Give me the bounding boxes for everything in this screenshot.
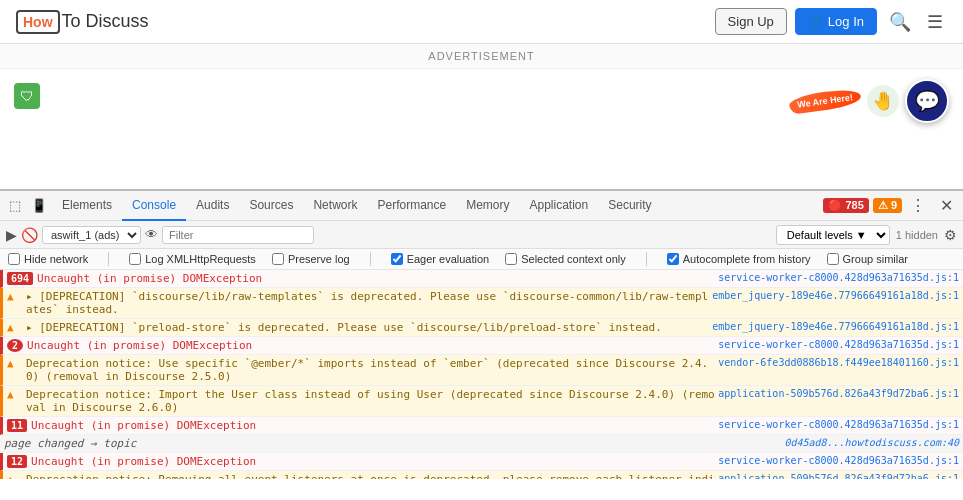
warn-icon: ▲ [7,290,23,303]
filter-input[interactable] [162,226,314,244]
log-entry-10: ▲ Deprecation notice: Removing all event… [0,471,963,479]
signup-button[interactable]: Sign Up [715,8,787,35]
log-entry-6: ▲ Deprecation notice: Import the User cl… [0,386,963,417]
log-source-link[interactable]: ember_jquery-189e46e.77966649161a18d.js:… [712,321,959,332]
log-source-link[interactable]: service-worker-c8000.428d963a71635d.js:1 [718,339,959,350]
eye-icon[interactable]: 👁 [145,227,158,242]
hide-network-checkbox[interactable]: Hide network [8,253,88,265]
devtools-close-button[interactable]: ✕ [934,194,959,217]
log-entry-8: page changed → topic 0d45ad8...howtodisc… [0,435,963,453]
log-entry-9: 12 Uncaught (in promise) DOMException se… [0,453,963,471]
chat-widget[interactable]: We Are Here! 🤚 💬 [789,79,949,123]
advertisement-bar: ADVERTISEMENT [0,44,963,69]
divider2 [370,252,371,266]
warn-icon: ▲ [7,473,23,479]
log-source-link[interactable]: ember_jquery-189e46e.77966649161a18d.js:… [712,290,959,301]
page-content: 🛡 We Are Here! 🤚 💬 [0,69,963,189]
tab-memory[interactable]: Memory [456,191,519,221]
tab-elements[interactable]: Elements [52,191,122,221]
error-badge: 🔴 785 [823,198,868,213]
top-navigation: How To Discuss Sign Up 👤 Log In 🔍 ☰ [0,0,963,44]
clear-console-icon[interactable]: 🚫 [21,227,38,243]
preserve-log-checkbox[interactable]: Preserve log [272,253,350,265]
log-entry-5: ▲ Deprecation notice: Use specific `@emb… [0,355,963,386]
search-icon[interactable]: 🔍 [885,7,915,37]
devtools-topbar-right: 🔴 785 ⚠ 9 ⋮ ✕ [823,194,959,217]
logo-box: How [16,10,60,34]
log-source-link[interactable]: application-509b576d.826a43f9d72ba6.js:1 [718,473,959,479]
divider3 [646,252,647,266]
log-entry-3: ▲ ▸ [DEPRECATION] `preload-store` is dep… [0,319,963,337]
selected-context-checkbox[interactable]: Selected context only [505,253,626,265]
warn-icon: ▲ [7,321,23,334]
nav-right: Sign Up 👤 Log In 🔍 ☰ [715,7,947,37]
console-right-controls: Default levels ▼ 1 hidden ⚙ [776,225,957,245]
devtools-more-menu[interactable]: ⋮ [906,194,930,217]
login-button[interactable]: 👤 Log In [795,8,877,35]
divider [108,252,109,266]
group-similar-checkbox[interactable]: Group similar [827,253,908,265]
log-badge: 11 [7,419,27,432]
site-logo[interactable]: How To Discuss [16,10,149,34]
devtools-checkboxes-bar: Hide network Log XMLHttpRequests Preserv… [0,249,963,270]
console-log-area: 694 Uncaught (in promise) DOMException s… [0,270,963,479]
log-entry-1: 694 Uncaught (in promise) DOMException s… [0,270,963,288]
log-level-select[interactable]: Default levels ▼ [776,225,890,245]
tab-console[interactable]: Console [122,191,186,221]
log-entry-2: ▲ ▸ [DEPRECATION] `discourse/lib/raw-tem… [0,288,963,319]
tab-audits[interactable]: Audits [186,191,239,221]
devtools-tabs: Elements Console Audits Sources Network … [52,191,662,221]
settings-gear-icon[interactable]: ⚙ [944,227,957,243]
inspect-icon[interactable]: ⬚ [4,195,26,217]
menu-icon[interactable]: ☰ [923,7,947,37]
devtools-panel: ⬚ 📱 Elements Console Audits Sources Netw… [0,189,963,479]
log-entry-7: 11 Uncaught (in promise) DOMException se… [0,417,963,435]
log-source-link[interactable]: 0d45ad8...howtodiscuss.com:40 [784,437,959,448]
log-badge: 2 [7,339,23,352]
eager-eval-checkbox[interactable]: Eager evaluation [391,253,490,265]
log-source-link[interactable]: application-509b576d.826a43f9d72ba6.js:1 [718,388,959,399]
tab-performance[interactable]: Performance [367,191,456,221]
log-source-link[interactable]: vendor-6fe3dd0886b18.f449ee18401160.js:1 [718,357,959,368]
log-badge: 694 [7,272,33,285]
tab-application[interactable]: Application [520,191,599,221]
chat-bubble[interactable]: 🤚 [867,85,899,117]
context-selector[interactable]: aswift_1 (ads) [42,226,141,244]
tab-sources[interactable]: Sources [239,191,303,221]
devtools-topbar: ⬚ 📱 Elements Console Audits Sources Netw… [0,191,963,221]
log-source-link[interactable]: service-worker-c8000.428d963a71635d.js:1 [718,419,959,430]
autocomplete-checkbox[interactable]: Autocomplete from history [667,253,811,265]
warn-badge: ⚠ 9 [873,198,902,213]
log-source-link[interactable]: service-worker-c8000.428d963a71635d.js:1 [718,272,959,283]
execute-icon[interactable]: ▶ [6,227,17,243]
log-entry-4: 2 Uncaught (in promise) DOMException ser… [0,337,963,355]
person-icon: 👤 [808,14,824,29]
we-are-here-badge: We Are Here! [788,87,862,115]
warn-icon: ▲ [7,388,23,401]
devtools-console-toolbar: ▶ 🚫 aswift_1 (ads) 👁 Default levels ▼ 1 … [0,221,963,249]
logo-text: To Discuss [62,11,149,32]
warn-icon: ▲ [7,357,23,370]
shield-icon: 🛡 [14,83,40,109]
device-icon[interactable]: 📱 [28,195,50,217]
log-xml-checkbox[interactable]: Log XMLHttpRequests [129,253,256,265]
console-left-controls: ▶ 🚫 aswift_1 (ads) 👁 [6,226,314,244]
tab-security[interactable]: Security [598,191,661,221]
chat-avatar[interactable]: 💬 [905,79,949,123]
log-source-link[interactable]: service-worker-c8000.428d963a71635d.js:1 [718,455,959,466]
log-badge: 12 [7,455,27,468]
tab-network[interactable]: Network [303,191,367,221]
hidden-count: 1 hidden [896,229,938,241]
